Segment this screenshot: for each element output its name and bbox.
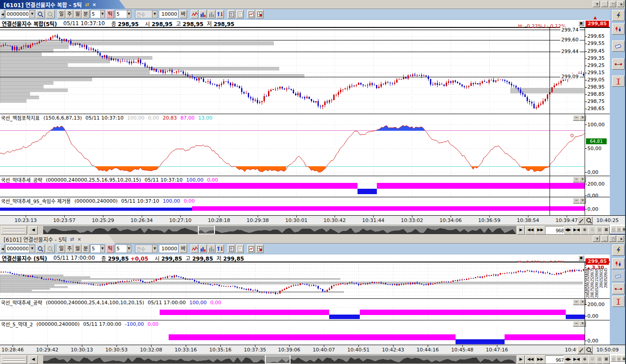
trendline-icon[interactable]: [612, 58, 625, 70]
panel-restore-icon[interactable]: ▣: [578, 21, 584, 26]
candlestick-chart[interactable]: [0, 262, 585, 299]
sort-updown-icon[interactable]: [216, 10, 224, 18]
tab-close-icon[interactable]: ×: [92, 2, 96, 8]
help-button[interactable]: ?: [593, 235, 600, 242]
go-to-end-button[interactable]: ▶◀: [572, 355, 581, 364]
maximize-button[interactable]: □: [609, 1, 616, 7]
trend-band-chart[interactable]: [0, 306, 585, 320]
draw-pencil-button[interactable]: [577, 217, 585, 225]
candle-edit-icon[interactable]: [612, 258, 625, 269]
chevron-down-icon[interactable]: ▼: [127, 245, 131, 253]
close-chart-button[interactable]: ⊠: [603, 355, 610, 364]
panel-minimize-button[interactable]: −: [573, 321, 580, 327]
help-button[interactable]: ?: [593, 1, 600, 7]
quantity-input[interactable]: [159, 10, 178, 18]
bar-chart-icon[interactable]: [208, 10, 215, 18]
volume-chart-icon[interactable]: [199, 244, 207, 253]
search-prev-button[interactable]: [46, 244, 55, 253]
tab-close-icon[interactable]: ×: [77, 236, 81, 242]
minute-combo[interactable]: ▼: [90, 10, 105, 18]
candlestick-chart[interactable]: [0, 28, 585, 114]
chart-style-icon[interactable]: [191, 244, 198, 253]
trend-band-chart[interactable]: [0, 328, 585, 345]
chevron-down-icon[interactable]: ▼: [100, 245, 104, 253]
period-button-minute[interactable]: 분: [82, 244, 89, 253]
bar-count-input[interactable]: [545, 355, 566, 364]
panel-minimize-button[interactable]: −: [573, 115, 580, 121]
close-button[interactable]: ×: [617, 235, 624, 242]
step-pair-button[interactable]: ◀▶: [563, 355, 572, 364]
quantity-combo[interactable]: [159, 10, 179, 18]
minute-value-input[interactable]: [91, 245, 100, 253]
close-icon[interactable]: ⊠: [622, 226, 626, 232]
draw-pencil-button[interactable]: [577, 346, 585, 354]
go-to-end-button[interactable]: ▶◀: [572, 226, 581, 235]
chevron-down-icon[interactable]: ▼: [29, 10, 35, 18]
symbol-code-combo[interactable]: ▼: [5, 244, 35, 253]
chart-style-icon[interactable]: [191, 10, 198, 18]
period-button-week[interactable]: 주: [66, 10, 73, 18]
report-icon[interactable]: [228, 10, 235, 18]
chevron-down-icon[interactable]: ▼: [29, 245, 35, 253]
tick-value-input[interactable]: [116, 10, 127, 18]
refresh-lightning-icon[interactable]: [612, 244, 625, 256]
symbol-code-combo[interactable]: ▼: [5, 10, 35, 18]
period-button-month[interactable]: 월: [74, 244, 81, 253]
trend-band-chart[interactable]: [0, 183, 585, 197]
link-icon[interactable]: ⇄: [85, 2, 89, 8]
window-bottom-tab[interactable]: [6101] 연결선물지수 - 5틱 ⇄ ×: [0, 235, 115, 244]
candle-edit-icon[interactable]: [612, 23, 625, 35]
scroll-right-button[interactable]: ▶: [517, 355, 525, 364]
collapse-toolbar-button[interactable]: ◂: [0, 10, 4, 18]
vertical-line-icon[interactable]: [612, 296, 625, 307]
scrollbar-grip[interactable]: [1, 226, 27, 235]
minute-combo[interactable]: ▼: [90, 244, 105, 253]
refresh-lightning-icon[interactable]: [612, 10, 625, 21]
window-top-tab[interactable]: [6101] 연결선물지수 복합 - 5틱 ⇄ ×: [0, 0, 126, 9]
trendline-icon[interactable]: [612, 283, 625, 294]
period-button-day[interactable]: 일: [58, 244, 65, 253]
grid-settings-icon[interactable]: [256, 244, 264, 253]
sort-updown-icon[interactable]: [216, 244, 224, 253]
maximize-button[interactable]: □: [609, 235, 616, 242]
scroll-left-button[interactable]: ◀: [29, 355, 38, 364]
search-button[interactable]: [36, 244, 45, 253]
crosshair-cursor-line[interactable]: [550, 28, 550, 215]
period-button-month[interactable]: 월: [74, 10, 81, 18]
period-button-minute[interactable]: 분: [82, 10, 89, 18]
fast-forward-button[interactable]: ▶▶: [535, 355, 546, 364]
step-pair-button[interactable]: ◀▶: [563, 226, 572, 235]
minimize-button[interactable]: _: [601, 1, 608, 7]
zoom-in-button[interactable]: ⊕: [581, 226, 589, 235]
bar-unit-button[interactable]: 바: [179, 244, 187, 253]
vertical-line-icon[interactable]: [612, 75, 625, 87]
fast-forward-button[interactable]: ▶▶: [535, 226, 546, 235]
chevron-down-icon[interactable]: ▼: [127, 10, 131, 18]
close-chart-button[interactable]: ⊠: [603, 226, 610, 235]
volume-chart-icon[interactable]: [199, 10, 207, 18]
rewind-button[interactable]: ◀◀: [525, 226, 536, 235]
eraser-icon[interactable]: [612, 271, 625, 282]
symbol-code-input[interactable]: [6, 10, 29, 18]
chevron-down-icon[interactable]: ▼: [100, 10, 104, 18]
quantity-combo[interactable]: [159, 244, 179, 253]
panel-minimize-button[interactable]: −: [573, 177, 580, 182]
zoom-in-button[interactable]: ⊕: [581, 355, 589, 364]
tick-button[interactable]: 틱: [106, 10, 114, 18]
minimize-button[interactable]: _: [601, 235, 608, 242]
search-prev-button[interactable]: [46, 10, 55, 18]
tick-button[interactable]: 틱: [106, 244, 114, 253]
symbol-code-input[interactable]: [6, 245, 29, 253]
panel-minimize-button[interactable]: −: [573, 198, 580, 204]
rewind-button[interactable]: ◀◀: [525, 355, 536, 364]
scrollbar-grip[interactable]: [1, 355, 27, 364]
trend-band-chart[interactable]: [0, 204, 585, 215]
tick-combo[interactable]: ▼: [115, 244, 131, 253]
close-button[interactable]: ×: [617, 1, 624, 7]
bar-chart-icon[interactable]: [208, 244, 215, 253]
bar-unit-button[interactable]: 바: [179, 10, 187, 18]
panel-restore-icon[interactable]: ▣: [578, 255, 584, 261]
report-icon[interactable]: [228, 244, 235, 253]
collapse-toolbar-button[interactable]: ◂: [0, 244, 4, 253]
period-button-week[interactable]: 주: [66, 244, 73, 253]
